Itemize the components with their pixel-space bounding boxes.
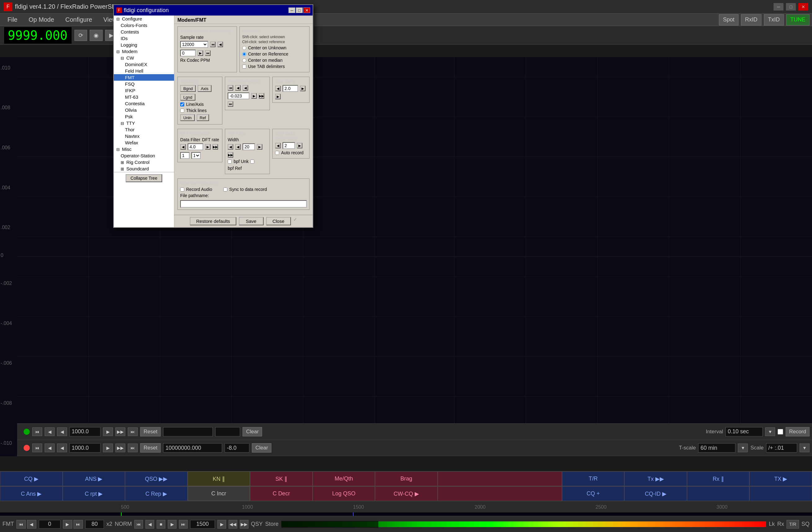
macro-ans[interactable]: ANS ▶ — [63, 472, 125, 486]
me-next2[interactable]: ▶ — [275, 94, 281, 99]
close-button[interactable]: ✕ — [798, 3, 808, 11]
sr-next-next[interactable]: ⏭ — [205, 50, 211, 56]
macro-tx[interactable]: TX ▶ — [749, 472, 812, 486]
tree-thor[interactable]: Thor — [114, 126, 174, 133]
wf-use-tab-checkbox[interactable] — [242, 65, 246, 69]
minimize-button[interactable]: ─ — [773, 3, 783, 11]
macro-empty3[interactable] — [687, 486, 750, 501]
tree-ids[interactable]: IDs — [114, 35, 174, 42]
macro-brag[interactable]: Brag — [375, 472, 438, 486]
dft-rate-input[interactable] — [180, 152, 189, 159]
wf-stop[interactable]: ■ — [157, 520, 165, 529]
wf-freq-back[interactable]: ◀◀ — [229, 520, 237, 529]
fir-prev[interactable]: ◀ — [228, 144, 233, 150]
tree-navtex[interactable]: Navtex — [114, 133, 174, 139]
wf-prev-prev-btn[interactable]: ⏮ ◀ — [16, 520, 36, 529]
unk-speed-input[interactable] — [70, 427, 101, 436]
fir-prev2[interactable]: ◀ — [235, 144, 241, 150]
ref-nav-next[interactable]: ▶▶ — [115, 444, 125, 452]
scale-input[interactable] — [766, 443, 797, 452]
macro-crep[interactable]: C Rep ▶ — [125, 486, 188, 501]
data-filter-input[interactable] — [188, 143, 203, 150]
wf-back[interactable]: ◀ — [145, 520, 154, 529]
macro-tr[interactable]: T/R — [562, 472, 625, 486]
ref-speed-input[interactable] — [70, 443, 101, 452]
wf-center-unknown-radio[interactable] — [242, 46, 246, 50]
df-prev[interactable]: ◀ — [180, 144, 186, 150]
menu-opmode[interactable]: Op Mode — [24, 15, 59, 25]
csv-value-input[interactable] — [282, 142, 295, 149]
wf-freq-input[interactable] — [190, 520, 215, 529]
sr-next[interactable]: ▶ — [198, 50, 203, 56]
csv-prev[interactable]: ◀ — [275, 143, 281, 148]
unk-nav-back[interactable]: ◀ — [57, 428, 67, 436]
sr-prev-prev[interactable]: ⏮ — [210, 42, 216, 47]
ref-nav-prev[interactable]: ◀ — [45, 444, 55, 452]
tree-feld-hell[interactable]: Feld Hell — [114, 68, 174, 74]
config-minimize-btn[interactable]: ─ — [288, 8, 295, 13]
unk-db-input[interactable] — [215, 427, 240, 436]
unk-reset-btn[interactable]: Reset — [140, 427, 161, 436]
rxid-button[interactable]: RxID — [741, 14, 762, 26]
auto-record-checkbox[interactable] — [275, 151, 279, 155]
tscale-input[interactable] — [698, 443, 735, 452]
unk-value-input[interactable] — [163, 427, 213, 436]
bgnd-btn[interactable]: Bgnd — [180, 85, 196, 92]
macro-sk[interactable]: SK ‖ — [250, 472, 313, 486]
tree-operator-station[interactable]: Operator-Station — [114, 152, 174, 159]
toolbar-icon-btn2[interactable]: ◉ — [90, 30, 103, 41]
ref-nav-last[interactable]: ⏭ — [128, 444, 138, 452]
macro-meqth[interactable]: Me/Qth — [313, 472, 375, 486]
config-close-btn[interactable]: ✕ — [303, 8, 310, 13]
macro-empty4[interactable] — [749, 486, 812, 501]
file-pathname-input[interactable] — [180, 200, 307, 208]
tree-logging[interactable]: Logging — [114, 42, 174, 48]
tree-configure[interactable]: ⊟ Configure — [114, 15, 174, 22]
frequency-display[interactable]: 9999.000 — [4, 27, 72, 44]
dft-rate-select[interactable]: 12 — [191, 152, 201, 159]
menu-configure[interactable]: Configure — [60, 15, 97, 25]
csv-next[interactable]: ▶ — [297, 143, 302, 148]
bpf-ref-checkbox[interactable] — [250, 159, 254, 164]
fc-prev[interactable]: ◀ — [235, 85, 241, 90]
interval-input[interactable] — [725, 427, 763, 436]
unk-nav-prev[interactable]: ◀ — [45, 428, 55, 436]
config-maximize-btn[interactable]: □ — [296, 8, 303, 13]
wf-value-input[interactable] — [39, 520, 60, 529]
ref-nav-prev-prev[interactable]: ⏮ — [32, 444, 42, 452]
restore-defaults-btn[interactable]: Restore defaults — [190, 217, 236, 225]
macro-empty2[interactable] — [438, 486, 562, 501]
macro-cdecr[interactable]: C Decr — [250, 486, 313, 501]
fir-next[interactable]: ▶ — [257, 144, 262, 150]
tree-dominoex[interactable]: DominoEX — [114, 61, 174, 68]
record-btn[interactable]: Record — [786, 427, 810, 436]
maximize-button[interactable]: □ — [786, 3, 796, 11]
ref-db-input[interactable] — [224, 443, 249, 452]
lgnd-btn[interactable]: Lgnd — [180, 94, 195, 101]
tscale-down[interactable]: ▼ — [738, 444, 748, 452]
ref-reset-btn[interactable]: Reset — [140, 443, 161, 452]
tree-fmt[interactable]: FMT — [114, 74, 174, 81]
ref-freq-input[interactable] — [163, 443, 222, 452]
menu-file[interactable]: File — [2, 15, 22, 25]
macro-cq[interactable]: CQ ▶ — [0, 472, 63, 486]
axis-btn[interactable]: Axis — [198, 85, 212, 92]
tree-mt63[interactable]: MT-63 — [114, 94, 174, 100]
macro-kn[interactable]: KN ‖ — [188, 472, 250, 486]
tree-olivia[interactable]: Olivia — [114, 107, 174, 113]
unk-nav-fwd[interactable]: ▶ — [103, 428, 113, 436]
tree-fsq[interactable]: FSQ — [114, 81, 174, 87]
macro-cans[interactable]: C Ans ▶ — [0, 486, 63, 501]
ref-btn[interactable]: Ref — [197, 114, 209, 121]
spot-button[interactable]: Spot — [719, 14, 739, 26]
max-error-input[interactable] — [282, 85, 298, 92]
macro-cwcq[interactable]: CW-CQ ▶ — [375, 486, 438, 501]
macro-cqid[interactable]: CQ-ID ▶ — [624, 486, 687, 501]
line-axis-checkbox[interactable] — [180, 102, 184, 107]
record-checkbox[interactable] — [778, 429, 783, 435]
tree-rig-control[interactable]: ⊞ Rig Control — [114, 159, 174, 165]
wf-fwd-fwd[interactable]: ⏭ — [179, 520, 188, 529]
thick-lines-checkbox[interactable] — [180, 109, 184, 113]
tr-btn[interactable]: T/R — [786, 520, 799, 529]
wf-fwd[interactable]: ▶ — [168, 520, 176, 529]
